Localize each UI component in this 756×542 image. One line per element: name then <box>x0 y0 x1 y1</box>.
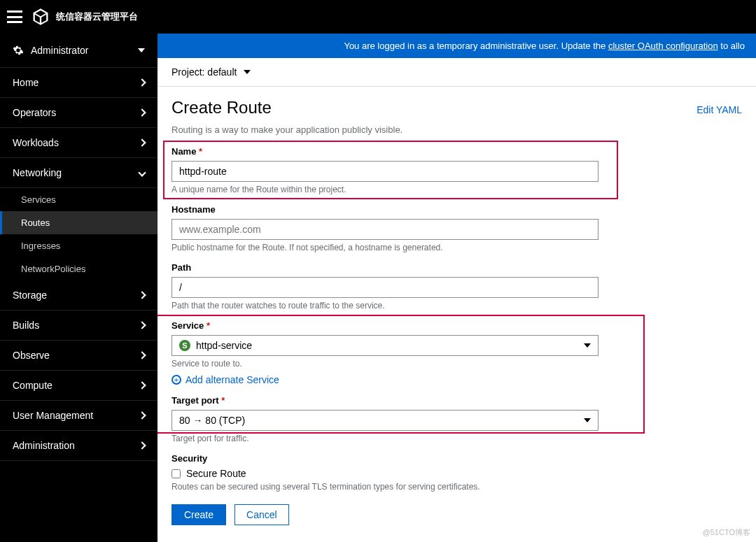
sidebar-item-workloads[interactable]: Workloads <box>0 128 158 158</box>
oauth-config-link[interactable]: cluster OAuth configuration <box>608 41 718 51</box>
sidebar-item-operators[interactable]: Operators <box>0 98 158 128</box>
chevron-right-icon <box>138 381 146 389</box>
caret-down-icon <box>584 418 591 422</box>
page-title: Create Route <box>172 98 272 117</box>
chevron-down-icon <box>138 169 146 176</box>
chevron-right-icon <box>138 291 146 299</box>
hostname-input[interactable] <box>172 219 598 240</box>
perspective-label: Administrator <box>31 45 88 56</box>
cube-logo-icon <box>31 7 50 27</box>
sidebar-item-services[interactable]: Services <box>0 188 158 211</box>
cancel-button[interactable]: Cancel <box>234 504 289 525</box>
chevron-right-icon <box>138 441 146 449</box>
create-button[interactable]: Create <box>172 504 226 525</box>
page-subtitle: Routing is a way to make your applicatio… <box>172 124 742 135</box>
sidebar-networking-subitems: Services Routes Ingresses NetworkPolicie… <box>0 188 158 280</box>
project-selector[interactable]: Project: default <box>158 58 756 87</box>
sidebar: Administrator Home Operators Workloads N… <box>0 34 158 542</box>
caret-down-icon <box>584 343 591 348</box>
sidebar-item-storage[interactable]: Storage <box>0 280 158 311</box>
plus-circle-icon: + <box>172 375 181 385</box>
chevron-right-icon <box>138 138 146 146</box>
secure-route-checkbox[interactable] <box>172 469 181 478</box>
sidebar-item-ingresses[interactable]: Ingresses <box>0 234 158 257</box>
target-port-label: Target port * <box>172 395 742 406</box>
secure-route-text: Secure Route <box>186 468 246 479</box>
hostname-help: Public hostname for the Route. If not sp… <box>172 243 742 252</box>
path-label: Path <box>172 262 742 273</box>
path-help: Path that the router watches to route tr… <box>172 301 742 311</box>
add-alternate-service-link[interactable]: + Add alternate Service <box>172 374 742 385</box>
main-content: You are logged in as a temporary adminis… <box>158 34 756 542</box>
sidebar-item-home[interactable]: Home <box>0 68 158 98</box>
brand-logo: 统信容器云管理平台 <box>31 7 138 27</box>
service-select[interactable]: S httpd-service <box>172 335 598 356</box>
chevron-right-icon <box>138 321 146 329</box>
gear-icon <box>13 45 24 56</box>
sidebar-item-networkpolicies[interactable]: NetworkPolicies <box>0 257 158 280</box>
sidebar-item-usermgmt[interactable]: User Management <box>0 401 158 431</box>
name-help: A unique name for the Route within the p… <box>172 185 742 194</box>
name-label: Name * <box>172 146 742 157</box>
menu-toggle-icon[interactable] <box>7 10 22 23</box>
service-badge-icon: S <box>179 340 190 351</box>
watermark: @51CTO博客 <box>703 527 750 538</box>
sidebar-item-observe[interactable]: Observe <box>0 341 158 371</box>
sidebar-item-compute[interactable]: Compute <box>0 371 158 401</box>
chevron-right-icon <box>138 78 146 86</box>
chevron-right-icon <box>138 351 146 359</box>
sidebar-item-routes[interactable]: Routes <box>0 211 158 234</box>
caret-down-icon <box>138 48 145 52</box>
brand-text: 统信容器云管理平台 <box>56 10 138 23</box>
sidebar-item-networking[interactable]: Networking <box>0 158 158 188</box>
service-help: Service to route to. <box>172 359 742 369</box>
security-label: Security <box>172 453 742 464</box>
perspective-switcher[interactable]: Administrator <box>0 34 158 68</box>
security-help: Routes can be secured using several TLS … <box>172 482 742 492</box>
chevron-right-icon <box>138 108 146 116</box>
topbar: 统信容器云管理平台 <box>0 0 756 34</box>
caret-down-icon <box>244 70 251 74</box>
path-input[interactable] <box>172 277 598 298</box>
service-label: Service * <box>172 320 742 331</box>
target-port-select[interactable]: 80 → 80 (TCP) <box>172 410 598 431</box>
hostname-label: Hostname <box>172 204 742 215</box>
sidebar-item-builds[interactable]: Builds <box>0 311 158 341</box>
edit-yaml-link[interactable]: Edit YAML <box>696 104 742 115</box>
name-input[interactable] <box>172 161 598 182</box>
sidebar-item-admin[interactable]: Administration <box>0 431 158 461</box>
admin-banner: You are logged in as a temporary adminis… <box>158 34 756 58</box>
target-port-help: Target port for traffic. <box>172 434 742 443</box>
chevron-right-icon <box>138 411 146 419</box>
